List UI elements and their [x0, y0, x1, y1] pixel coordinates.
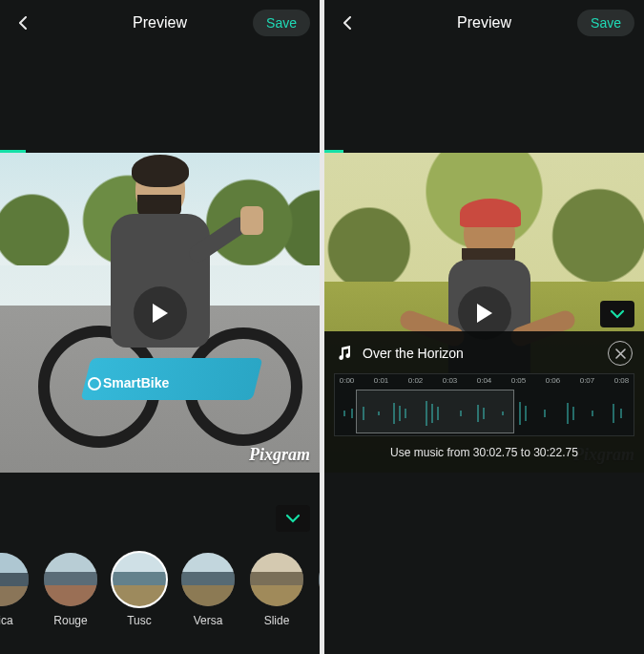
preview-spacer	[324, 46, 644, 153]
tick-label: 0:01	[374, 376, 389, 385]
screen-filters: Preview Save SmartBike	[0, 0, 320, 654]
screen-music: Preview Save Pixgram	[324, 0, 644, 654]
watermark: Pixgram	[249, 445, 310, 465]
video-preview[interactable]: SmartBike Pixgram	[0, 153, 320, 473]
filter-bu[interactable]: Bu	[317, 553, 320, 627]
remove-music-button[interactable]	[608, 341, 633, 366]
preview-spacer	[0, 46, 320, 153]
back-button[interactable]	[334, 10, 361, 36]
expand-row	[0, 499, 320, 536]
tick-label: 0:00	[340, 376, 355, 385]
topbar: Preview Save	[0, 0, 320, 46]
filter-strip[interactable]: Pica Rouge Tusc Versa Slide Bu	[0, 536, 320, 639]
waveform	[335, 397, 634, 430]
filter-versa[interactable]: Versa	[179, 553, 237, 627]
filter-slide[interactable]: Slide	[248, 553, 305, 627]
video-preview[interactable]: Pixgram Over the Horizon 0:000:010:020:0…	[324, 153, 644, 473]
tick-label: 0:05	[511, 376, 527, 385]
filter-tusc[interactable]: Tusc	[111, 553, 168, 627]
filter-pica[interactable]: Pica	[0, 553, 31, 627]
tick-label: 0:03	[443, 376, 458, 385]
music-note-icon	[336, 345, 353, 362]
back-button[interactable]	[10, 10, 36, 36]
tick-label: 0:02	[408, 376, 424, 385]
tick-row: 0:000:010:020:030:040:050:060:070:08	[335, 376, 634, 390]
tick-label: 0:07	[580, 376, 595, 385]
audio-timeline[interactable]: 0:000:010:020:030:040:050:060:070:08	[334, 373, 634, 436]
tick-label: 0:04	[477, 376, 492, 385]
play-button[interactable]	[134, 286, 187, 340]
tick-label: 0:06	[546, 376, 561, 385]
save-button[interactable]: Save	[577, 10, 634, 36]
filter-rouge[interactable]: Rouge	[42, 553, 99, 627]
music-range-text: Use music from 30:02.75 to 30:22.75	[324, 436, 644, 463]
music-panel: Over the Horizon 0:000:010:020:030:040:0…	[324, 331, 644, 473]
expand-filters-button[interactable]	[276, 505, 310, 532]
tick-label: 0:08	[614, 376, 630, 385]
topbar: Preview Save	[324, 0, 644, 46]
track-title: Over the Horizon	[363, 346, 598, 361]
collapse-music-button[interactable]	[600, 301, 634, 327]
save-button[interactable]: Save	[253, 10, 310, 36]
